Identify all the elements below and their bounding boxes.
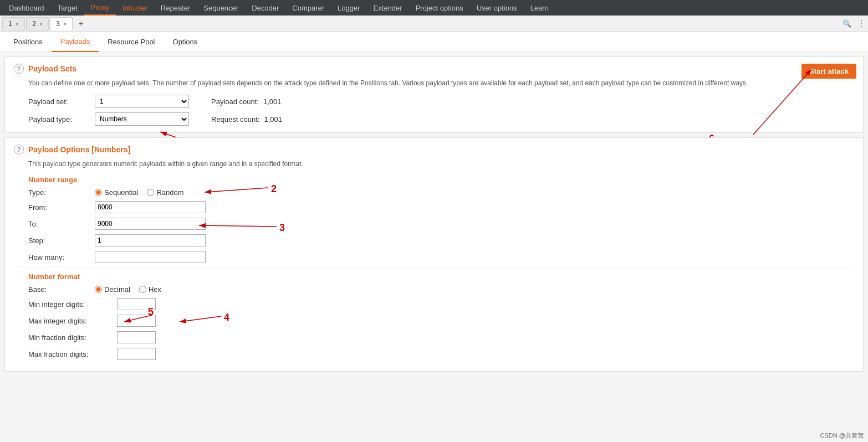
payload-sets-section: ? Payload Sets You can define one or mor… [4, 56, 864, 133]
how-many-input[interactable] [95, 251, 206, 263]
nav-dashboard[interactable]: Dashboard [2, 0, 51, 16]
base-label: Base: [28, 285, 95, 294]
sec-positions[interactable]: Positions [4, 32, 52, 52]
help-icon-2[interactable]: ? [14, 145, 24, 155]
nav-sequencer[interactable]: Sequencer [197, 0, 245, 16]
nav-learn[interactable]: Learn [524, 0, 555, 16]
nav-repeater[interactable]: Repeater [154, 0, 197, 16]
payload-options-section: ? Payload Options [Numbers] This payload… [4, 137, 864, 372]
to-input[interactable] [95, 218, 206, 230]
hex-radio[interactable] [139, 286, 146, 293]
min-fraction-digits-label: Min fraction digits: [28, 333, 117, 342]
payload-type-label: Payload type: [28, 115, 95, 124]
random-label: Random [156, 188, 183, 197]
payload-sets-header: ? Payload Sets [14, 64, 854, 74]
payload-options-desc: This payload type generates numeric payl… [14, 159, 854, 169]
request-count-value: 1,001 [264, 115, 282, 124]
request-count-label: Request count: [211, 115, 259, 124]
payload-set-select[interactable]: 1 [95, 95, 189, 108]
payload-count-value: 1,001 [263, 97, 282, 106]
help-icon-1[interactable]: ? [14, 64, 24, 74]
search-icon[interactable]: 🔍 [843, 19, 851, 28]
tab-2[interactable]: 2 × [26, 17, 49, 30]
nav-decoder[interactable]: Decoder [245, 0, 285, 16]
sequential-label: Sequential [104, 188, 138, 197]
more-options-icon[interactable]: ⋮ [857, 18, 866, 29]
tab-3-close[interactable]: × [63, 20, 67, 27]
tab-1-label: 1 [8, 20, 12, 28]
sec-resource-pool[interactable]: Resource Pool [99, 32, 164, 52]
sequential-radio[interactable] [95, 189, 102, 196]
from-input[interactable] [95, 201, 206, 213]
tab-2-label: 2 [32, 20, 36, 28]
tab-bar: 1 × 2 × 3 × + 🔍 ⋮ [0, 16, 868, 32]
tab-3-label: 3 [56, 20, 60, 28]
tab-1[interactable]: 1 × [2, 17, 25, 30]
nav-target[interactable]: Target [51, 0, 84, 16]
type-label: Type: [28, 188, 95, 197]
add-tab-button[interactable]: + [74, 18, 88, 30]
tab-2-close[interactable]: × [39, 20, 43, 27]
step-input[interactable] [95, 234, 206, 246]
payload-set-label: Payload set: [28, 97, 95, 106]
payload-sets-title: Payload Sets [28, 64, 76, 73]
type-radio-group: Sequential Random [95, 188, 184, 197]
random-radio[interactable] [147, 189, 154, 196]
number-range-title: Number range [28, 176, 854, 184]
payload-sets-desc: You can define one or more payload sets.… [14, 78, 854, 88]
watermark: CSDN @共黄驾 [820, 431, 864, 440]
nav-comparer[interactable]: Comparer [285, 0, 331, 16]
payload-options-title: Payload Options [Numbers] [28, 145, 130, 154]
nav-intruder[interactable]: Intruder [116, 0, 154, 16]
payload-count-label: Payload count: [211, 97, 259, 106]
nav-logger[interactable]: Logger [331, 0, 366, 16]
how-many-label: How many: [28, 253, 95, 261]
max-fraction-digits-input[interactable] [117, 348, 156, 360]
divider [14, 268, 854, 268]
max-integer-digits-input[interactable] [117, 315, 156, 327]
sec-options[interactable]: Options [164, 32, 207, 52]
payload-options-header: ? Payload Options [Numbers] [14, 145, 854, 155]
top-nav: Dashboard Target Proxy Intruder Repeater… [0, 0, 868, 16]
min-fraction-digits-input[interactable] [117, 331, 156, 343]
start-attack-button[interactable]: Start attack [801, 64, 856, 79]
payload-type-select[interactable]: Numbers Simple list Runtime file Custom … [95, 112, 189, 126]
min-integer-digits-input[interactable] [117, 298, 156, 310]
nav-user-options[interactable]: User options [470, 0, 524, 16]
decimal-radio-label[interactable]: Decimal [95, 285, 130, 294]
nav-proxy[interactable]: Proxy [84, 0, 116, 16]
sequential-radio-label[interactable]: Sequential [95, 188, 138, 197]
random-radio-label[interactable]: Random [147, 188, 183, 197]
step-label: Step: [28, 237, 95, 245]
secondary-nav: Positions Payloads Resource Pool Options [0, 32, 868, 52]
number-format-title: Number format [28, 273, 854, 281]
base-radio-group: Decimal Hex [95, 285, 161, 294]
nav-extender[interactable]: Extender [367, 0, 409, 16]
decimal-radio[interactable] [95, 286, 102, 293]
max-integer-digits-label: Max integer digits: [28, 317, 117, 325]
hex-label: Hex [149, 285, 161, 294]
decimal-label: Decimal [104, 285, 130, 294]
min-integer-digits-label: Min integer digits: [28, 300, 117, 309]
main-content: ? Payload Sets You can define one or mor… [0, 52, 868, 442]
tab-1-close[interactable]: × [16, 20, 19, 27]
nav-project-options[interactable]: Project options [409, 0, 470, 16]
hex-radio-label[interactable]: Hex [139, 285, 161, 294]
tab-3[interactable]: 3 × [50, 17, 73, 30]
max-fraction-digits-label: Max fraction digits: [28, 350, 117, 358]
sec-payloads[interactable]: Payloads [52, 32, 99, 52]
to-label: To: [28, 220, 95, 228]
from-label: From: [28, 203, 95, 212]
